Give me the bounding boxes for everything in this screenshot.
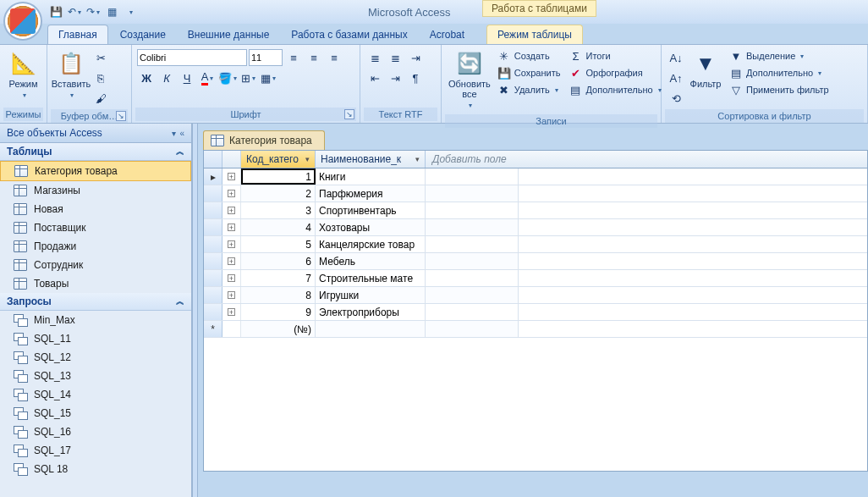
- collapse-group-icon[interactable]: ︽: [176, 295, 184, 307]
- cell-id[interactable]: 1: [241, 168, 316, 185]
- nav-item-table[interactable]: Поставщик: [0, 218, 191, 237]
- nav-item-query[interactable]: Min_Max: [0, 311, 191, 329]
- nav-item-query[interactable]: SQL_13: [0, 367, 191, 385]
- cell-id[interactable]: 5: [241, 236, 316, 252]
- nav-item-table[interactable]: Новая: [0, 200, 191, 218]
- collapse-group-icon[interactable]: ︽: [176, 146, 184, 157]
- cell-id[interactable]: 6: [241, 253, 316, 269]
- tab-acrobat[interactable]: Acrobat: [420, 25, 475, 44]
- cell-add[interactable]: [426, 270, 519, 286]
- nav-item-table[interactable]: Категория товара: [0, 161, 191, 181]
- table-row[interactable]: +4Хозтовары: [204, 219, 867, 236]
- column-dropdown-icon[interactable]: ▾: [305, 155, 310, 163]
- cell-add[interactable]: [426, 236, 519, 252]
- cell-add[interactable]: [426, 185, 519, 202]
- dropdown-icon[interactable]: ▾: [172, 129, 176, 138]
- cell-name[interactable]: Строительные мате: [316, 270, 426, 286]
- totals-button[interactable]: ΣИтоги: [565, 48, 664, 64]
- cell-id[interactable]: 8: [241, 287, 316, 303]
- tab-external-data[interactable]: Внешние данные: [178, 25, 280, 44]
- expand-row[interactable]: +: [222, 304, 241, 320]
- bullets-button[interactable]: ≣: [365, 48, 384, 67]
- italic-button[interactable]: К: [157, 69, 176, 87]
- cut-button[interactable]: ✂: [91, 48, 110, 67]
- row-selector[interactable]: [204, 304, 222, 320]
- nav-item-query[interactable]: SQL_17: [0, 441, 191, 460]
- increase-indent-button[interactable]: ⇥: [386, 69, 404, 87]
- row-selector[interactable]: [204, 270, 222, 286]
- selection-filter-button[interactable]: ▼Выделение▾: [726, 48, 832, 64]
- table-row[interactable]: +7Строительные мате: [204, 270, 867, 287]
- expand-row[interactable]: +: [222, 185, 241, 202]
- numbering-button[interactable]: ≣: [386, 48, 404, 67]
- nav-item-query[interactable]: SQL_14: [0, 385, 191, 404]
- table-row[interactable]: +2Парфюмерия: [204, 185, 867, 202]
- new-record-row[interactable]: *(№): [204, 321, 867, 338]
- save-record-button[interactable]: 💾Сохранить: [494, 65, 564, 80]
- cell-id[interactable]: 7: [241, 270, 316, 286]
- row-selector[interactable]: [204, 253, 222, 269]
- cell-name[interactable]: Спортинвентарь: [316, 202, 426, 218]
- expand-row[interactable]: +: [222, 202, 241, 218]
- nav-item-query[interactable]: SQL_11: [0, 329, 191, 348]
- fill-color-button[interactable]: 🪣▾: [218, 69, 237, 87]
- nav-item-query[interactable]: SQL 18: [0, 460, 191, 478]
- cell-add[interactable]: [426, 321, 519, 337]
- cell-id[interactable]: 9: [241, 304, 316, 320]
- cell-name[interactable]: Хозтовары: [316, 219, 426, 235]
- view-button[interactable]: 📐 Режим ▾: [5, 48, 41, 102]
- document-tab[interactable]: Категория товара: [203, 130, 325, 150]
- row-selector[interactable]: [204, 185, 222, 202]
- paste-button[interactable]: 📋 Вставить ▾: [52, 48, 90, 102]
- expand-row[interactable]: +: [222, 236, 241, 252]
- cell-id[interactable]: (№): [241, 321, 316, 337]
- format-painter-button[interactable]: 🖌: [91, 89, 110, 108]
- cell-add[interactable]: [426, 219, 519, 235]
- cell-add[interactable]: [426, 304, 519, 320]
- save-icon[interactable]: 💾: [47, 3, 64, 20]
- select-all-corner[interactable]: [204, 151, 222, 168]
- table-row[interactable]: +6Мебель: [204, 253, 867, 270]
- row-selector[interactable]: [204, 236, 222, 252]
- tab-create[interactable]: Создание: [110, 25, 176, 44]
- nav-item-table[interactable]: Продажи: [0, 237, 191, 256]
- delete-record-button[interactable]: ✖Удалить▾: [494, 82, 564, 97]
- tab-datasheet[interactable]: Режим таблицы: [486, 25, 583, 44]
- cell-name[interactable]: Книги: [316, 168, 426, 185]
- tab-database-tools[interactable]: Работа с базами данных: [281, 25, 417, 44]
- nav-item-table[interactable]: Магазины: [0, 181, 191, 200]
- cell-name[interactable]: Канцелярские товар: [316, 236, 426, 252]
- nav-group-queries[interactable]: Запросы ︽: [0, 293, 191, 311]
- dialog-launcher-icon[interactable]: ↘: [116, 111, 126, 121]
- cell-name[interactable]: Игрушки: [316, 287, 426, 303]
- table-row[interactable]: ▸+1Книги: [204, 168, 867, 185]
- dialog-launcher-icon[interactable]: ↘: [344, 109, 354, 119]
- bold-button[interactable]: Ж: [137, 69, 156, 87]
- table-row[interactable]: +5Канцелярские товар: [204, 236, 867, 253]
- cell-add[interactable]: [426, 253, 519, 269]
- filter-button[interactable]: ▼ Фильтр: [687, 48, 724, 91]
- font-size-combo[interactable]: [249, 49, 283, 66]
- nav-pane-header[interactable]: Все объекты Access ▾«: [0, 124, 191, 143]
- sort-asc-button[interactable]: A↓: [667, 48, 685, 67]
- refresh-all-button[interactable]: 🔄 Обновить все ▾: [447, 48, 492, 113]
- row-selector[interactable]: [204, 219, 222, 235]
- more-records-button[interactable]: ▤Дополнительно▾: [565, 82, 664, 97]
- cell-name[interactable]: Мебель: [316, 253, 426, 269]
- nav-item-query[interactable]: SQL_12: [0, 348, 191, 367]
- column-header-id[interactable]: Код_катего▾: [241, 151, 316, 168]
- office-button[interactable]: [3, 2, 42, 41]
- align-center-button[interactable]: ≡: [305, 48, 323, 67]
- column-header-name[interactable]: Наименование_к▾: [316, 151, 426, 168]
- underline-button[interactable]: Ч: [178, 69, 196, 87]
- copy-button[interactable]: ⎘: [91, 69, 110, 87]
- align-right-button[interactable]: ≡: [325, 48, 343, 67]
- cell-id[interactable]: 3: [241, 202, 316, 218]
- row-selector[interactable]: [204, 202, 222, 218]
- table-row[interactable]: +8Игрушки: [204, 287, 867, 304]
- expand-row[interactable]: +: [222, 219, 241, 235]
- cell-id[interactable]: 4: [241, 219, 316, 235]
- cell-name[interactable]: Парфюмерия: [316, 185, 426, 202]
- nav-item-table[interactable]: Сотрудник: [0, 256, 191, 274]
- advanced-filter-button[interactable]: ▤Дополнительно▾: [726, 65, 832, 80]
